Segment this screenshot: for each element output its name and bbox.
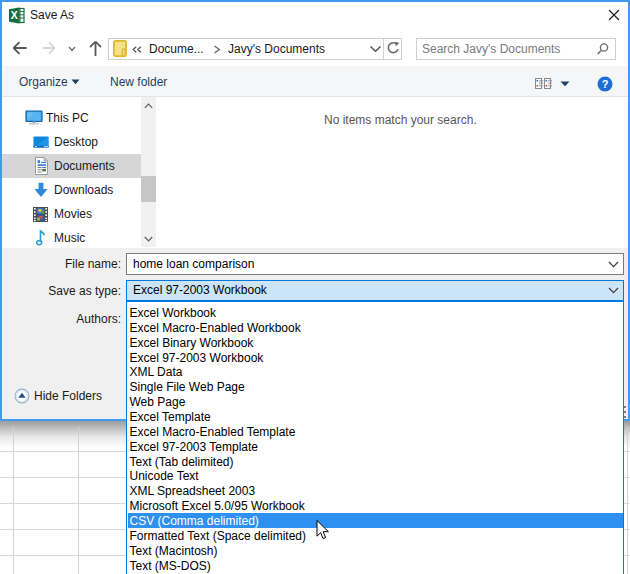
svg-text:X: X: [11, 9, 18, 21]
svg-text:?: ?: [602, 78, 609, 90]
